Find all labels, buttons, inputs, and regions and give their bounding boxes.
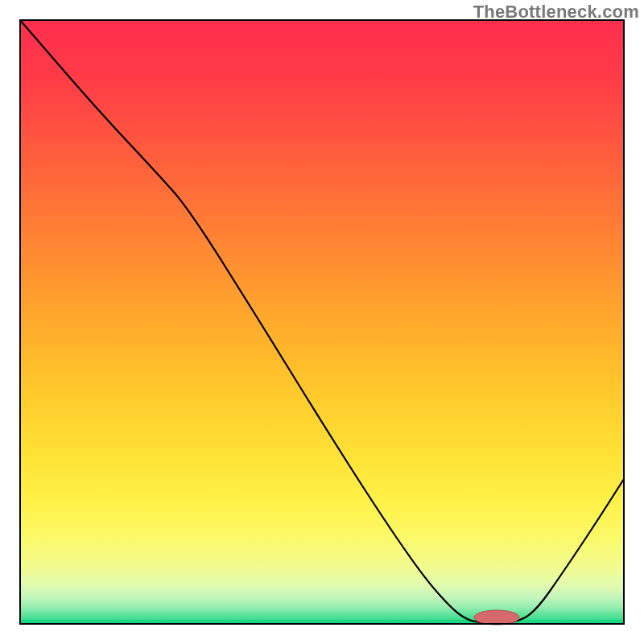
optimum-marker bbox=[474, 610, 519, 625]
plot-background bbox=[20, 20, 624, 624]
bottleneck-chart bbox=[0, 0, 644, 644]
chart-container: TheBottleneck.com bbox=[0, 0, 644, 644]
